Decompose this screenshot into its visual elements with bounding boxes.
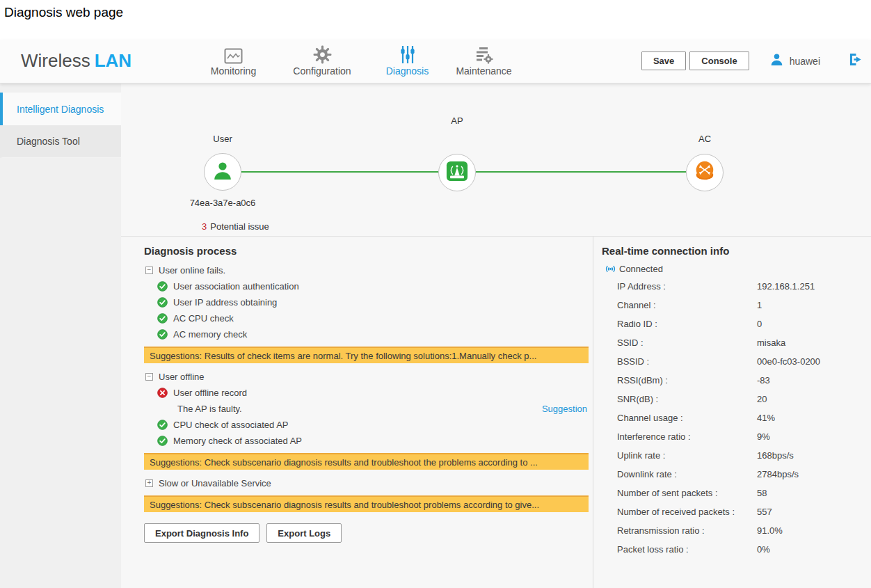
- info-label: RSSI(dBm) :: [617, 375, 757, 386]
- diagnosis-icon: [371, 44, 444, 64]
- section-user-offline: − User offline: [145, 372, 589, 382]
- main-content: User AP AC 74ea-3a7e-a0c6 3Potential: [121, 84, 871, 588]
- info-value: 9%: [757, 431, 770, 442]
- nav-maintenance[interactable]: Maintenance: [444, 44, 524, 77]
- info-label: Radio ID :: [617, 319, 757, 329]
- info-value: 557: [757, 507, 772, 517]
- potential-issue-label[interactable]: 3Potential issue: [202, 221, 269, 232]
- section-header-label: User online fails.: [159, 265, 225, 276]
- section-header-label: User offline: [159, 372, 205, 382]
- check-item-label: CPU check of associated AP: [173, 420, 288, 430]
- app-window: WirelessLAN Monitoring Configuration Dia…: [0, 40, 871, 588]
- check-item: CPU check of associated AP: [157, 420, 589, 430]
- info-label: BSSID :: [617, 356, 757, 367]
- ac-node-icon: [693, 159, 717, 186]
- header-actions: Save Console huawei: [641, 51, 863, 70]
- maintenance-icon: [444, 44, 524, 64]
- check-detail-text: The AP is faulty.: [177, 404, 242, 414]
- section-slow-service: + Slow or Unavailable Service: [145, 478, 589, 488]
- nav-configuration[interactable]: Configuration: [273, 44, 371, 77]
- info-row: Retransmission ratio :91.0%: [617, 521, 871, 540]
- check-item-label: User offline record: [173, 388, 247, 398]
- nav-monitoring[interactable]: Monitoring: [193, 44, 273, 77]
- ap-node-label: AP: [429, 116, 485, 126]
- section-user-online-fails: − User online fails.: [145, 265, 589, 276]
- info-row: IP Address :192.168.1.251: [617, 277, 871, 296]
- info-value: 2784bps/s: [757, 469, 799, 479]
- connection-rows: IP Address :192.168.1.251 Channel :1 Rad…: [602, 277, 871, 559]
- ap-node[interactable]: [438, 154, 476, 191]
- brand-part2: LAN: [95, 50, 131, 71]
- issue-count: 3: [202, 221, 207, 232]
- collapse-icon[interactable]: −: [145, 267, 153, 274]
- check-item: Memory check of associated AP: [157, 436, 589, 446]
- info-label: Number of sent packets :: [617, 488, 757, 498]
- check-item-label: Memory check of associated AP: [173, 436, 302, 446]
- info-label: Channel :: [617, 300, 757, 310]
- info-label: Uplink rate :: [617, 450, 757, 461]
- user-node[interactable]: [204, 153, 241, 191]
- connection-status-label: Connected: [619, 264, 663, 274]
- check-item: User association authentication: [157, 281, 589, 292]
- check-pass-icon: [157, 436, 168, 446]
- info-label: SSID :: [617, 337, 757, 348]
- section-header-label: Slow or Unavailable Service: [159, 478, 271, 488]
- check-item-label: User IP address obtaining: [173, 297, 277, 308]
- nav-maintenance-label: Maintenance: [444, 65, 524, 77]
- check-item: AC memory check: [157, 329, 589, 340]
- username-label: huawei: [790, 56, 820, 67]
- info-label: Channel usage :: [617, 413, 757, 423]
- suggestion-bar: Suggestions: Results of check items are …: [144, 347, 589, 363]
- logout-icon: [848, 53, 863, 69]
- brand-logo: WirelessLAN: [21, 50, 131, 72]
- info-label: Number of received packets :: [617, 507, 757, 517]
- nav-diagnosis[interactable]: Diagnosis: [371, 44, 444, 77]
- sidebar-item-intelligent-diagnosis[interactable]: Intelligent Diagnosis: [0, 93, 121, 125]
- info-row: Number of received packets :557: [617, 502, 871, 521]
- top-header: WirelessLAN Monitoring Configuration Dia…: [0, 40, 871, 84]
- user-node-label: User: [195, 134, 250, 144]
- info-row: Packet loss ratio :0%: [617, 540, 871, 559]
- info-value: 41%: [757, 413, 775, 423]
- info-row: Downlink rate :2784bps/s: [617, 465, 871, 484]
- collapse-icon[interactable]: −: [145, 373, 153, 381]
- connection-info-panel: Real-time connection info Connected IP A…: [593, 237, 871, 588]
- info-value: 1: [757, 300, 762, 310]
- logout-button[interactable]: [848, 53, 863, 69]
- check-item: AC CPU check: [157, 313, 589, 324]
- configuration-icon: [273, 44, 371, 64]
- info-label: Packet loss ratio :: [617, 544, 757, 555]
- issue-text: Potential issue: [210, 221, 269, 232]
- export-logs-button[interactable]: Export Logs: [266, 523, 342, 543]
- info-value: 20: [757, 394, 767, 404]
- check-pass-icon: [157, 313, 168, 324]
- nav-configuration-label: Configuration: [273, 65, 371, 77]
- diagnosis-process-panel: Diagnosis process − User online fails. U…: [121, 237, 593, 588]
- expand-icon[interactable]: +: [145, 479, 153, 487]
- export-diagnosis-info-button[interactable]: Export Diagnosis Info: [144, 523, 259, 543]
- info-row: SNR(dB) :20: [617, 390, 871, 408]
- suggestion-link[interactable]: Suggestion: [542, 404, 587, 414]
- info-value: 58: [757, 488, 767, 498]
- suggestion-bar: Suggestions: Check subscenario diagnosis…: [144, 453, 589, 470]
- info-value: 91.0%: [757, 525, 783, 536]
- link-ap-ac: [476, 171, 686, 173]
- user-avatar[interactable]: [770, 53, 783, 69]
- suggestion-bar: Suggestions: Check subscenario diagnosis…: [144, 495, 589, 512]
- check-item: User offline record: [157, 388, 589, 398]
- info-row: SSID :misaka: [617, 333, 871, 352]
- check-pass-icon: [157, 281, 168, 292]
- sidebar-item-diagnosis-tool[interactable]: Diagnosis Tool: [0, 125, 121, 158]
- check-pass-icon: [157, 420, 168, 430]
- sidebar: Intelligent Diagnosis Diagnosis Tool: [0, 84, 121, 588]
- check-pass-icon: [157, 329, 168, 340]
- ac-node[interactable]: [686, 154, 724, 191]
- diagnosis-process-title: Diagnosis process: [144, 245, 589, 257]
- lower-panels: Diagnosis process − User online fails. U…: [121, 237, 871, 588]
- check-item-label: User association authentication: [173, 281, 299, 292]
- console-button[interactable]: Console: [689, 51, 749, 70]
- info-value: 0%: [757, 544, 770, 555]
- save-button[interactable]: Save: [641, 51, 686, 70]
- check-item: User IP address obtaining: [157, 297, 589, 308]
- info-value: 168bps/s: [757, 450, 794, 461]
